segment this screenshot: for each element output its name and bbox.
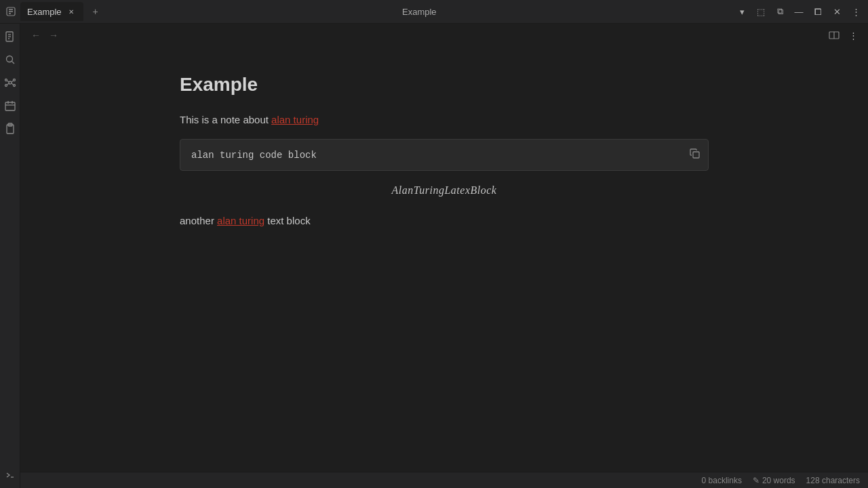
svg-line-15 xyxy=(7,81,9,82)
code-block-content: alan turing code block xyxy=(191,150,317,161)
layout-button[interactable]: ⬚ xyxy=(754,5,768,18)
title-bar-center: Example xyxy=(104,7,735,17)
window-title: Example xyxy=(402,7,437,17)
title-bar: Example ✕ + Example ▾ ⬚ ⧉ — ⧠ ✕ ⋮ xyxy=(0,0,868,24)
svg-point-11 xyxy=(5,79,7,81)
title-bar-right: ▾ ⬚ ⧉ — ⧠ ✕ ⋮ xyxy=(735,5,863,18)
svg-point-12 xyxy=(13,79,15,81)
nav-arrows: ← → xyxy=(28,28,61,42)
backlinks-status: 0 backlinks xyxy=(702,476,742,485)
back-button[interactable]: ← xyxy=(28,28,43,42)
right-toolbar: ⋮ xyxy=(827,28,860,42)
page-scroll-area: Example This is a note about alan turing… xyxy=(20,47,868,472)
alan-turing-link-1[interactable]: alan turing xyxy=(271,114,319,125)
alan-turing-link-2[interactable]: alan turing xyxy=(217,215,264,226)
title-bar-left: Example ✕ + xyxy=(5,2,104,21)
minimize-button[interactable]: — xyxy=(792,5,806,18)
characters-status: 128 characters xyxy=(806,476,860,485)
paragraph-2-prefix: another xyxy=(180,215,217,226)
more-button[interactable]: ⋮ xyxy=(846,28,860,42)
edit-icon: ✎ xyxy=(753,476,760,485)
tab-close-button[interactable]: ✕ xyxy=(66,6,77,17)
svg-line-17 xyxy=(7,83,9,85)
files-icon[interactable] xyxy=(3,29,18,44)
dropdown-button[interactable]: ▾ xyxy=(735,5,749,18)
words-text: 20 words xyxy=(762,476,795,485)
backlinks-text: 0 backlinks xyxy=(702,476,742,485)
svg-line-18 xyxy=(12,83,14,85)
svg-rect-19 xyxy=(5,102,15,110)
content-wrapper: ← → ⋮ Example This is a note about alan … xyxy=(20,24,868,488)
copy-button[interactable] xyxy=(686,145,703,161)
top-toolbar: ← → ⋮ xyxy=(20,24,868,47)
code-block-wrapper: alan turing code block xyxy=(180,139,709,171)
close-button[interactable]: ✕ xyxy=(830,5,844,18)
forward-button[interactable]: → xyxy=(46,28,61,42)
paragraph-2: another alan turing text block xyxy=(180,213,709,229)
search-icon[interactable] xyxy=(3,52,18,67)
tab-label: Example xyxy=(27,7,62,17)
terminal-icon[interactable] xyxy=(3,468,18,483)
page-area: Example This is a note about alan turing… xyxy=(139,47,749,472)
new-tab-button[interactable]: + xyxy=(87,3,104,20)
sidebar xyxy=(0,24,20,488)
layout-toggle-button[interactable] xyxy=(827,28,841,42)
latex-text: AlanTuringLatexBlock xyxy=(392,184,497,196)
svg-point-13 xyxy=(5,85,7,87)
app-icon xyxy=(5,6,16,17)
status-bar: 0 backlinks ✎ 20 words 128 characters xyxy=(20,472,868,488)
more-options-button[interactable]: ⋮ xyxy=(849,5,863,18)
clipboard-icon[interactable] xyxy=(3,121,18,136)
main-layout: ← → ⋮ Example This is a note about alan … xyxy=(0,24,868,488)
latex-block: AlanTuringLatexBlock xyxy=(180,184,709,197)
calendar-icon[interactable] xyxy=(3,98,18,113)
paragraph-1-prefix: This is a note about xyxy=(180,114,271,125)
graph-icon[interactable] xyxy=(3,75,18,90)
paragraph-2-suffix: text block xyxy=(264,215,311,226)
paragraph-1: This is a note about alan turing xyxy=(180,112,709,128)
svg-line-16 xyxy=(12,81,14,82)
active-tab[interactable]: Example ✕ xyxy=(20,2,83,21)
page-title: Example xyxy=(180,74,709,96)
svg-point-8 xyxy=(6,56,12,62)
svg-point-10 xyxy=(9,81,12,84)
svg-rect-28 xyxy=(693,152,699,158)
edit-icon-status: ✎ 20 words xyxy=(753,476,795,485)
svg-line-9 xyxy=(12,62,14,64)
svg-point-14 xyxy=(13,85,15,87)
restore-button[interactable]: ⧠ xyxy=(811,5,825,18)
characters-text: 128 characters xyxy=(806,476,860,485)
split-view-button[interactable]: ⧉ xyxy=(773,5,787,18)
